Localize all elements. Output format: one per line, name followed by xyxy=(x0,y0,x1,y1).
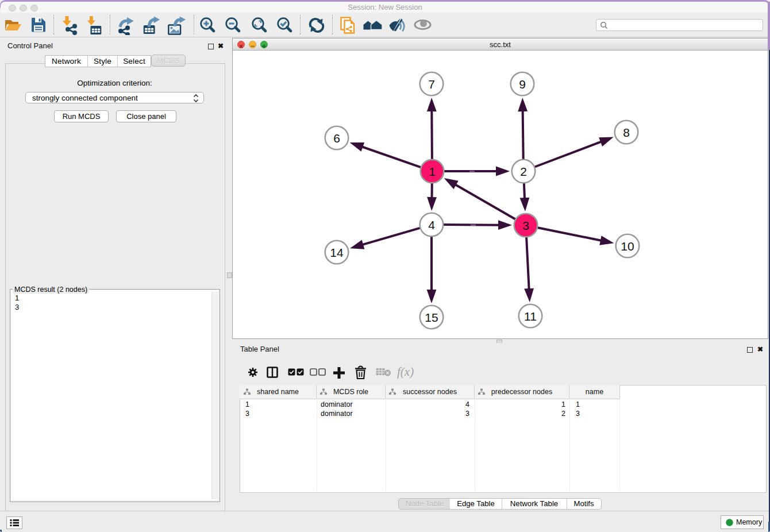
svg-text:2: 2 xyxy=(520,165,527,178)
svg-text:6: 6 xyxy=(333,132,340,145)
svg-text:4: 4 xyxy=(428,218,435,232)
svg-text:11: 11 xyxy=(524,310,537,323)
svg-text:8: 8 xyxy=(623,126,630,139)
svg-text:15: 15 xyxy=(425,311,438,324)
svg-text:7: 7 xyxy=(428,78,435,91)
svg-text:1: 1 xyxy=(429,165,436,178)
svg-text:3: 3 xyxy=(522,219,529,232)
svg-text:14: 14 xyxy=(330,246,344,259)
svg-text:10: 10 xyxy=(621,240,634,253)
svg-text:9: 9 xyxy=(519,78,526,91)
